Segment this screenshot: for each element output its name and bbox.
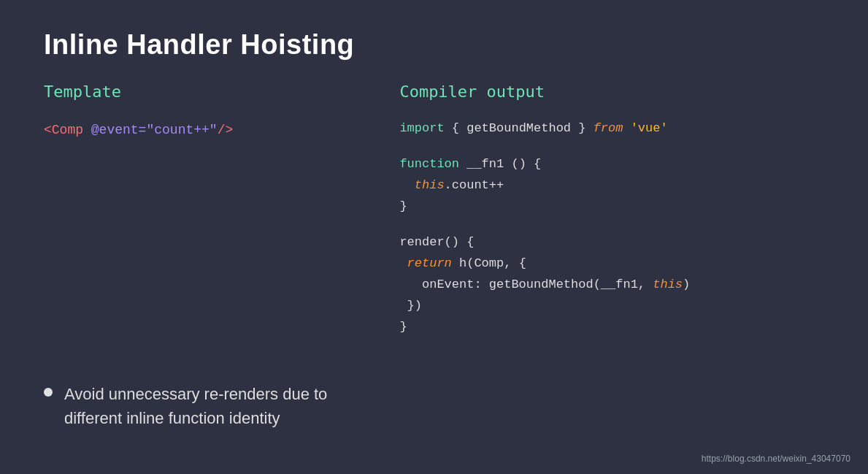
this-keyword: this (415, 178, 445, 192)
onevent-line: onEvent: getBoundMethod(__fn1, this) (399, 275, 824, 296)
function-keyword: function (399, 157, 459, 171)
bullet-dot (44, 388, 53, 397)
brace-close: } (571, 121, 594, 135)
return-keyword: return (407, 256, 452, 270)
close-paren: ) (683, 278, 690, 291)
this-keyword-2: this (653, 278, 683, 291)
return-line: return h(Comp, { (399, 253, 824, 275)
function-line: function __fn1 () { (399, 154, 824, 175)
footer-url: https://blog.csdn.net/weixin_43047070 (702, 454, 850, 464)
bullet-item: Avoid unnecessary re-renders due to diff… (44, 382, 370, 430)
bullet-section: Avoid unnecessary re-renders due to diff… (44, 382, 370, 445)
import-line: import { getBoundMethod } from 'vue' (399, 118, 824, 139)
render-fn: render() { (399, 235, 474, 249)
token-string-value: "count++" (146, 123, 217, 137)
compiler-section-label: Compiler output (399, 83, 824, 101)
module-name: 'vue' (631, 121, 668, 135)
h-comp: h(Comp, { (452, 256, 526, 270)
bullet-text: Avoid unnecessary re-renders due to diff… (64, 382, 370, 430)
space (623, 121, 630, 135)
right-panel: Compiler output import { getBoundMethod … (399, 83, 824, 445)
template-code-block: <Comp @event="count++"/> (44, 118, 370, 142)
content-row: Template <Comp @event="count++"/> Avoid … (44, 83, 824, 445)
get-bound-method: getBoundMethod (466, 121, 571, 135)
empty-line-1 (399, 139, 824, 154)
close-brace: } (399, 199, 407, 213)
render-line: render() { (399, 232, 824, 253)
indent-2 (399, 178, 414, 192)
template-section-label: Template (44, 83, 370, 101)
template-code-line: <Comp @event="count++"/> (44, 118, 370, 142)
indent-3: onEvent: getBoundMethod(__fn1, (399, 278, 653, 291)
final-close-line: } (399, 317, 824, 338)
token-comp-open: <Comp (44, 123, 91, 137)
close-obj-line: }) (399, 296, 824, 317)
slide-container: Inline Handler Hoisting Template <Comp @… (0, 0, 868, 474)
from-keyword: from (594, 121, 623, 135)
final-close: } (399, 320, 407, 334)
compiler-code-block: import { getBoundMethod } from 'vue' fun… (399, 118, 824, 338)
empty-line-2 (399, 218, 824, 232)
import-keyword: import (399, 121, 444, 135)
close-obj: }) (399, 299, 422, 313)
indent-1 (399, 256, 407, 270)
brace-open: { (445, 121, 467, 135)
token-comp-close: /> (218, 123, 234, 137)
fn-name: __fn1 () { (459, 157, 541, 171)
count-pp: .count++ (445, 178, 504, 192)
slide-title: Inline Handler Hoisting (44, 29, 824, 61)
left-panel: Template <Comp @event="count++"/> Avoid … (44, 83, 399, 445)
close-brace-line: } (399, 196, 824, 218)
token-attr-event: @event= (91, 123, 147, 137)
this-count-line: this.count++ (399, 175, 824, 196)
